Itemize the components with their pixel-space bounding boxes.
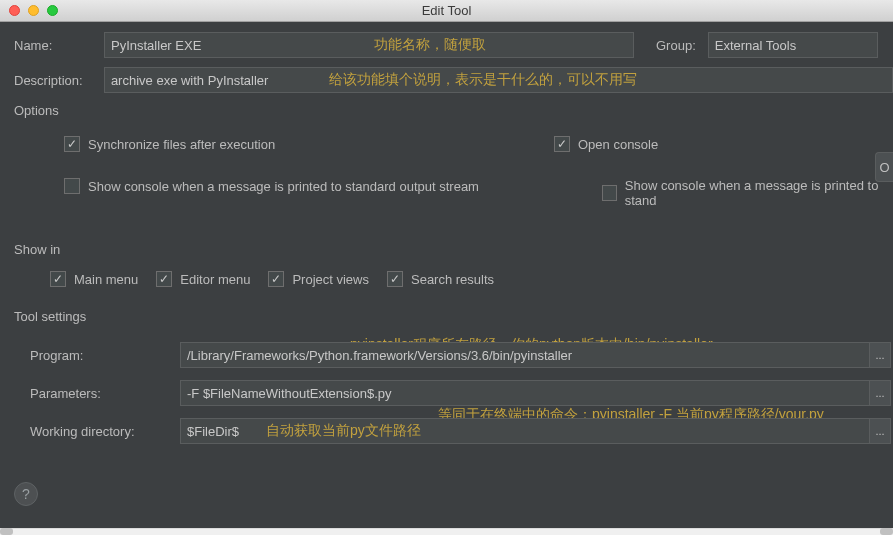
program-label: Program: bbox=[30, 348, 180, 363]
synchronize-label: Synchronize files after execution bbox=[88, 137, 275, 152]
program-browse-button[interactable]: ... bbox=[869, 342, 891, 368]
synchronize-checkbox[interactable]: Synchronize files after execution bbox=[64, 136, 275, 152]
tool-settings-heading: Tool settings bbox=[14, 309, 893, 324]
program-field[interactable] bbox=[180, 342, 870, 368]
checkbox-empty-icon bbox=[602, 185, 617, 201]
checkmark-icon bbox=[64, 136, 80, 152]
horizontal-scrollbar[interactable] bbox=[0, 528, 893, 535]
group-label: Group: bbox=[656, 38, 696, 53]
main-menu-label: Main menu bbox=[74, 272, 138, 287]
project-views-label: Project views bbox=[292, 272, 369, 287]
search-results-label: Search results bbox=[411, 272, 494, 287]
edit-tool-dialog: Edit Tool Name: Group: External Tools 功能… bbox=[0, 0, 893, 528]
help-button[interactable]: ? bbox=[14, 482, 38, 506]
checkbox-empty-icon bbox=[64, 178, 80, 194]
stdout-label: Show console when a message is printed t… bbox=[88, 179, 479, 194]
group-select[interactable]: External Tools bbox=[708, 32, 878, 58]
parameters-label: Parameters: bbox=[30, 386, 180, 401]
checkmark-icon bbox=[554, 136, 570, 152]
workdir-label: Working directory: bbox=[30, 424, 180, 439]
workdir-browse-button[interactable]: ... bbox=[869, 418, 891, 444]
project-views-checkbox[interactable]: Project views bbox=[268, 271, 369, 287]
stderr-checkbox[interactable]: Show console when a message is printed t… bbox=[602, 178, 893, 208]
stderr-label: Show console when a message is printed t… bbox=[625, 178, 893, 208]
name-label: Name: bbox=[14, 38, 104, 53]
open-console-label: Open console bbox=[578, 137, 658, 152]
main-menu-checkbox[interactable]: Main menu bbox=[50, 271, 138, 287]
titlebar: Edit Tool bbox=[0, 0, 893, 22]
editor-menu-checkbox[interactable]: Editor menu bbox=[156, 271, 250, 287]
options-heading: Options bbox=[14, 103, 893, 118]
workdir-field[interactable] bbox=[180, 418, 870, 444]
checkmark-icon bbox=[50, 271, 66, 287]
editor-menu-label: Editor menu bbox=[180, 272, 250, 287]
show-in-heading: Show in bbox=[14, 242, 893, 257]
search-results-checkbox[interactable]: Search results bbox=[387, 271, 494, 287]
checkmark-icon bbox=[156, 271, 172, 287]
open-console-checkbox[interactable]: Open console bbox=[554, 136, 658, 152]
checkmark-icon bbox=[387, 271, 403, 287]
output-filters-button[interactable]: O bbox=[875, 152, 893, 182]
parameters-field[interactable] bbox=[180, 380, 870, 406]
description-field[interactable] bbox=[104, 67, 893, 93]
window-title: Edit Tool bbox=[0, 3, 893, 18]
parameters-insert-button[interactable]: ... bbox=[869, 380, 891, 406]
name-field[interactable] bbox=[104, 32, 634, 58]
group-value: External Tools bbox=[715, 38, 796, 53]
checkmark-icon bbox=[268, 271, 284, 287]
description-label: Description: bbox=[14, 73, 104, 88]
stdout-checkbox[interactable]: Show console when a message is printed t… bbox=[64, 178, 479, 194]
